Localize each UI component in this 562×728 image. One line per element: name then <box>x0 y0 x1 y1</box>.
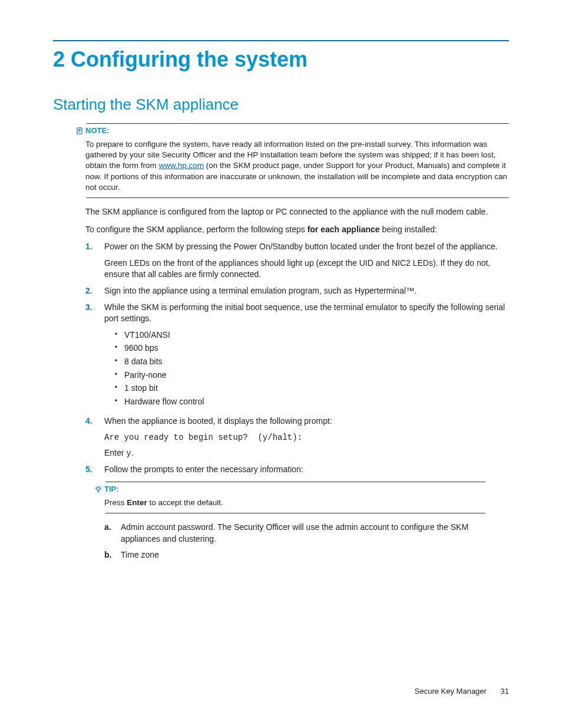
tip-text-post: to accept the default. <box>147 498 223 507</box>
callout-rule-top <box>105 482 485 482</box>
step-body: Power on the SKM by pressing the Power O… <box>104 241 509 281</box>
step-number: 1. <box>85 241 100 253</box>
substep-item: a. Admin account password. The Security … <box>104 522 509 545</box>
tip-header: TIP: <box>94 485 509 495</box>
code-prompt: Are you ready to begin setup? (y/halt): <box>104 432 509 444</box>
step-text: While the SKM is performing the initial … <box>104 302 509 325</box>
step-number: 4. <box>85 416 100 427</box>
intro-p2-post: being installed: <box>380 225 437 234</box>
step4-p2-pre: Enter <box>104 448 126 457</box>
step-item: 2. Sign into the appliance using a termi… <box>85 285 509 297</box>
callout-rule-top <box>87 123 509 124</box>
step-item: 3. While the SKM is performing the initi… <box>85 302 509 411</box>
section-content: NOTE: To prepare to configure the system… <box>85 123 509 561</box>
note-callout: NOTE: To prepare to configure the system… <box>85 123 509 198</box>
step4-p2-post: . <box>131 448 134 457</box>
list-item: 1 stop bit <box>115 383 509 394</box>
tip-icon <box>94 485 103 495</box>
note-label: NOTE: <box>85 126 109 135</box>
step-text: Enter y. <box>104 447 509 460</box>
step-number: 3. <box>85 302 100 314</box>
svg-point-1 <box>97 487 100 490</box>
footer-doc-title: Secure Key Manager <box>415 687 487 696</box>
serial-settings-list: VT100/ANSI 9600 bps 8 data bits Parity-n… <box>104 330 509 408</box>
step-body: While the SKM is performing the initial … <box>104 302 509 411</box>
step-text: Power on the SKM by pressing the Power O… <box>104 241 509 253</box>
tip-text-pre: Press <box>104 498 127 507</box>
intro-paragraph-2: To configure the SKM appliance, perform … <box>85 224 509 236</box>
callout-rule-bottom <box>87 197 509 198</box>
substeps-list: a. Admin account password. The Security … <box>104 522 509 561</box>
step-body: When the appliance is booted, it display… <box>104 416 509 459</box>
step-item: 4. When the appliance is booted, it disp… <box>85 416 509 459</box>
intro-p2-pre: To configure the SKM appliance, perform … <box>85 225 308 234</box>
intro-paragraph-1: The SKM appliance is configured from the… <box>85 206 509 218</box>
tip-label: TIP: <box>104 485 119 493</box>
list-item: Hardware flow control <box>115 396 509 408</box>
step-text: Follow the prompts to enter the necessar… <box>104 464 509 476</box>
step4-p2-mono: y <box>126 449 131 458</box>
note-header: NOTE: <box>75 126 509 137</box>
list-item: 9600 bps <box>115 342 509 354</box>
step-item: 1. Power on the SKM by pressing the Powe… <box>85 241 509 281</box>
note-body: To prepare to configure the system, have… <box>85 139 509 193</box>
footer-page-number: 31 <box>501 687 509 696</box>
list-item: 8 data bits <box>115 356 509 368</box>
substep-letter: b. <box>104 549 117 561</box>
tip-body: Press Enter to accept the default. <box>104 498 509 508</box>
step-number: 2. <box>85 285 100 297</box>
substep-letter: a. <box>104 522 117 533</box>
tip-and-substeps: TIP: Press Enter to accept the default. … <box>104 482 509 561</box>
intro-p2-bold: for each appliance <box>308 225 380 234</box>
step-text: When the appliance is booted, it display… <box>104 416 509 427</box>
steps-list: 1. Power on the SKM by pressing the Powe… <box>85 241 509 476</box>
tip-callout: TIP: Press Enter to accept the default. <box>104 482 509 513</box>
substep-text: Time zone <box>121 549 509 561</box>
step-text: Sign into the appliance using a terminal… <box>104 285 509 297</box>
section-title: Starting the SKM appliance <box>53 95 509 114</box>
list-item: Parity-none <box>115 370 509 381</box>
note-icon <box>75 127 84 137</box>
note-link[interactable]: www.hp.com <box>159 161 204 170</box>
list-item: VT100/ANSI <box>115 330 509 341</box>
chapter-title: 2 Configuring the system <box>53 47 509 72</box>
document-page: 2 Configuring the system Starting the SK… <box>0 0 562 728</box>
substep-item: b. Time zone <box>104 549 509 561</box>
step-number: 5. <box>85 464 100 476</box>
step-body: Follow the prompts to enter the necessar… <box>104 464 509 476</box>
callout-rule-bottom <box>105 513 485 513</box>
top-rule <box>53 40 509 41</box>
tip-text-bold: Enter <box>127 498 147 507</box>
step-text: Green LEDs on the front of the appliance… <box>104 258 509 281</box>
step-item: 5. Follow the prompts to enter the neces… <box>85 464 509 476</box>
page-footer: Secure Key Manager 31 <box>415 687 509 696</box>
substep-text: Admin account password. The Security Off… <box>121 522 509 545</box>
step-body: Sign into the appliance using a terminal… <box>104 285 509 297</box>
